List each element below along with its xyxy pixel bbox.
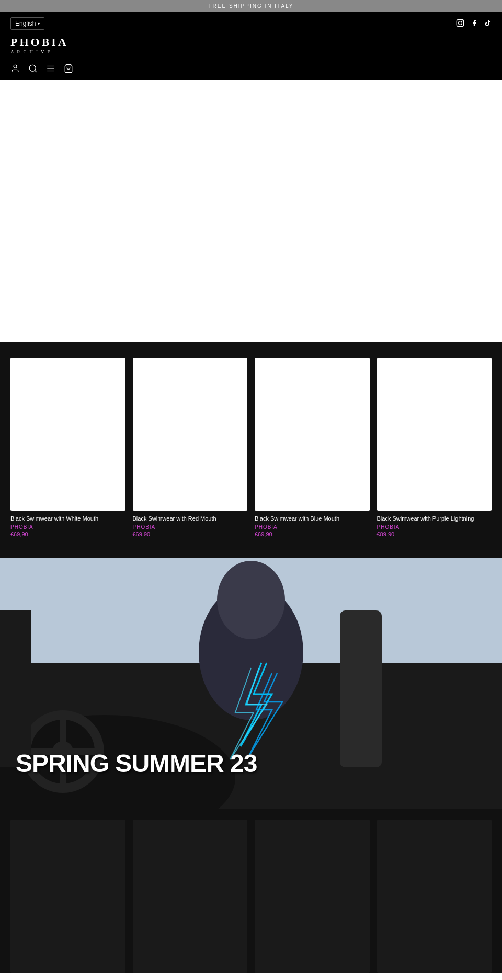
thumbnail-item-2[interactable] — [133, 820, 248, 973]
thumbnails-section — [0, 809, 502, 973]
product-name-1: Black Swimwear with White Mouth — [10, 515, 126, 523]
product-image-2 — [133, 358, 248, 511]
svg-point-1 — [459, 21, 462, 25]
product-name-2: Black Swimwear with Red Mouth — [133, 515, 248, 523]
products-section: Black Swimwear with White Mouth PHOBIA €… — [0, 342, 502, 558]
product-name-3: Black Swimwear with Blue Mouth — [255, 515, 370, 523]
instagram-icon[interactable] — [456, 19, 464, 29]
svg-point-2 — [462, 20, 463, 21]
svg-rect-18 — [340, 610, 382, 767]
product-card-3[interactable]: Black Swimwear with Blue Mouth PHOBIA €6… — [255, 358, 370, 537]
product-brand-3: PHOBIA — [255, 524, 370, 530]
product-name-4: Black Swimwear with Purple Lightning — [377, 515, 492, 523]
search-icon[interactable] — [28, 64, 38, 75]
product-card-1[interactable]: Black Swimwear with White Mouth PHOBIA €… — [10, 358, 126, 537]
svg-point-4 — [29, 65, 36, 71]
product-image-4 — [377, 358, 492, 511]
campaign-visual: SPRING SUMMER 23 — [0, 558, 502, 809]
header: English ▾ — [0, 12, 502, 80]
menu-icon[interactable] — [46, 64, 55, 75]
logo-container[interactable]: PHOBIA ARCHIVE — [10, 32, 492, 61]
product-image-3 — [255, 358, 370, 511]
products-grid: Black Swimwear with White Mouth PHOBIA €… — [10, 358, 492, 537]
thumbnail-item-4[interactable] — [377, 820, 492, 973]
tiktok-icon[interactable] — [484, 19, 492, 29]
product-price-3: €69,90 — [255, 531, 370, 537]
nav-icons — [10, 61, 492, 80]
header-top: English ▾ — [10, 12, 492, 32]
thumbnail-item-3[interactable] — [255, 820, 370, 973]
brand-logo-line1: PHOBIA — [10, 36, 69, 49]
product-brand-2: PHOBIA — [133, 524, 248, 530]
account-icon[interactable] — [10, 64, 20, 75]
announcement-text: FREE SHIPPING IN ITALY — [208, 3, 293, 9]
cart-icon[interactable] — [64, 64, 73, 75]
brand-logo-line2: ARCHIVE — [10, 49, 53, 54]
campaign-title: SPRING SUMMER 23 — [16, 749, 257, 778]
product-card-4[interactable]: Black Swimwear with Purple Lightning PHO… — [377, 358, 492, 537]
thumbnail-item-1[interactable] — [10, 820, 126, 973]
announcement-bar: FREE SHIPPING IN ITALY — [0, 0, 502, 12]
product-card-2[interactable]: Black Swimwear with Red Mouth PHOBIA €69… — [133, 358, 248, 537]
chevron-down-icon: ▾ — [38, 21, 40, 26]
svg-rect-19 — [0, 610, 31, 767]
facebook-icon[interactable] — [471, 19, 478, 29]
thumbnails-grid — [10, 820, 492, 973]
svg-point-17 — [217, 561, 285, 639]
product-image-1 — [10, 358, 126, 511]
product-brand-1: PHOBIA — [10, 524, 126, 530]
product-price-4: €89,90 — [377, 531, 492, 537]
product-price-1: €69,90 — [10, 531, 126, 537]
hero-section — [0, 80, 502, 342]
product-price-2: €69,90 — [133, 531, 248, 537]
language-selector[interactable]: English ▾ — [10, 17, 44, 30]
svg-rect-0 — [457, 19, 463, 26]
language-label: English — [15, 20, 36, 27]
social-icons — [456, 19, 492, 29]
product-brand-4: PHOBIA — [377, 524, 492, 530]
svg-point-3 — [14, 65, 17, 68]
campaign-banner[interactable]: SPRING SUMMER 23 — [0, 558, 502, 809]
